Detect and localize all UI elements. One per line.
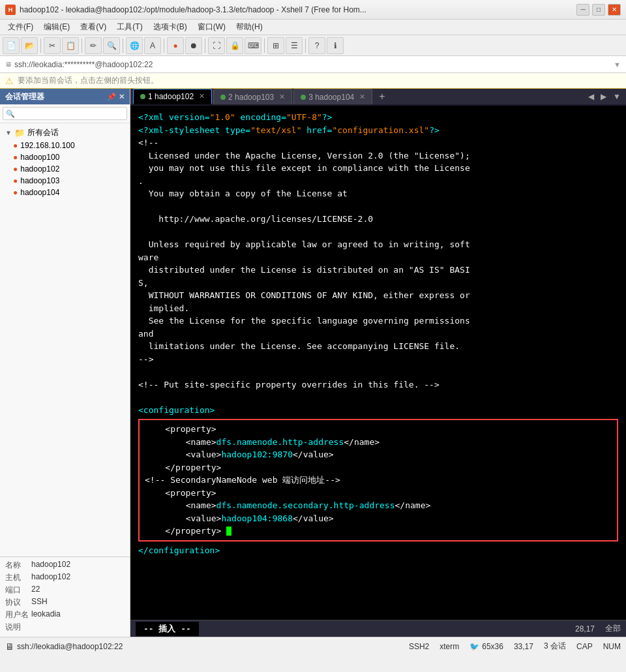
menu-edit[interactable]: 编辑(E) [38, 20, 75, 34]
tb-record[interactable]: ⏺ [185, 37, 202, 54]
tb-open[interactable]: 📂 [21, 37, 38, 54]
tab-menu-button[interactable]: ▼ [610, 92, 623, 101]
tab-dot-2 [220, 95, 226, 100]
tb-keyboard[interactable]: ⌨ [245, 37, 261, 54]
tab-close-3[interactable]: ✕ [359, 93, 365, 101]
menu-tools[interactable]: 工具(T) [112, 20, 147, 34]
tab-prev-button[interactable]: ◀ [586, 92, 597, 101]
maximize-button[interactable]: □ [592, 4, 605, 16]
tb-fullscreen[interactable]: ⛶ [208, 37, 225, 54]
prop-value-name: hadoop102 [31, 560, 70, 571]
tb-copy[interactable]: 📋 [62, 37, 79, 54]
title-bar: H hadoop102 - leokadia@hadoop102:/opt/mo… [0, 0, 626, 20]
tb-globe[interactable]: 🌐 [126, 37, 143, 54]
sidebar-item-hadoop100[interactable]: ● hadoop100 [0, 151, 130, 163]
server-icon-1: ● [13, 141, 18, 150]
highlighted-content: <property> <name>dfs.namenode.http-addre… [145, 423, 612, 538]
menu-help[interactable]: 帮助(H) [231, 20, 268, 34]
bottom-cap-text: CAP [576, 642, 593, 651]
vim-status-bar: -- 插入 -- 28,17 全部 [130, 620, 626, 637]
server-icon-4: ● [13, 176, 18, 185]
tb-red[interactable]: ● [167, 37, 184, 54]
tb-cut[interactable]: ✂ [44, 37, 61, 54]
window-controls: ─ □ ✕ [576, 4, 621, 16]
minimize-button[interactable]: ─ [576, 4, 589, 16]
main-area: 会话管理器 📌 ✕ 🔍 ▼ 📁 所有会话 ● 192.168.10.100 [0, 89, 626, 637]
tab-hadoop103[interactable]: 2 hadoop103 ✕ [213, 89, 292, 104]
sidebar-item-ip[interactable]: ● 192.168.10.100 [0, 140, 130, 151]
tb-search[interactable]: 🔍 [103, 37, 120, 54]
close-button[interactable]: ✕ [608, 4, 621, 16]
menu-window[interactable]: 窗口(W) [192, 20, 231, 34]
bottom-size-text: 65x36 [482, 642, 503, 651]
tree-root-item[interactable]: ▼ 📁 所有会话 [0, 126, 130, 140]
tab-close-1[interactable]: ✕ [199, 92, 205, 100]
prop-description: 说明 [5, 622, 125, 633]
sidebar-item-hadoop103[interactable]: ● hadoop103 [0, 175, 130, 187]
tab-next-button[interactable]: ▶ [598, 92, 609, 101]
prop-label-protocol: 协议 [5, 597, 31, 608]
tb-compose[interactable]: ✏ [85, 37, 102, 54]
prop-value-host: hadoop102 [31, 572, 70, 583]
tab-hadoop102[interactable]: 1 hadoop102 ✕ [133, 89, 212, 104]
bottom-num-text: NUM [603, 642, 621, 651]
sidebar-item-hadoop104[interactable]: ● hadoop104 [0, 187, 130, 198]
prop-port: 端口 22 [5, 585, 125, 596]
prop-username: 用户名 leokadia [5, 609, 125, 620]
sidebar-search-box[interactable]: 🔍 [3, 107, 127, 120]
sidebar-item-label-104: hadoop104 [20, 188, 59, 197]
info-bar: ⚠ 要添加当前会话，点击左侧的箭头按钮。 [0, 73, 626, 89]
prop-value-username: leokadia [31, 609, 61, 620]
terminal[interactable]: <?xml version="1.0" encoding="UTF-8"?> <… [130, 106, 626, 620]
bottom-protocol-text: SSH2 [409, 642, 429, 651]
tab-hadoop104[interactable]: 3 hadoop104 ✕ [293, 89, 372, 104]
sidebar-item-label-100: hadoop100 [20, 153, 59, 162]
sidebar-search-area: 🔍 [0, 104, 130, 123]
session-tree: ▼ 📁 所有会话 ● 192.168.10.100 ● hadoop100 ● … [0, 123, 130, 557]
tb-new-session[interactable]: 📄 [3, 37, 20, 54]
terminal-content: <?xml version="1.0" encoding="UTF-8"?> <… [138, 111, 618, 416]
size-icon: 🐦 [470, 642, 479, 651]
bottom-term-text: xterm [440, 642, 459, 651]
app-icon: H [5, 5, 16, 15]
tab-dot-3 [301, 95, 306, 100]
prop-label-desc: 说明 [5, 622, 31, 633]
sidebar-header-icons: 📌 ✕ [107, 93, 125, 101]
tb-text[interactable]: A [144, 37, 161, 54]
tb-sep-2 [82, 38, 82, 53]
info-icon: ⚠ [5, 76, 14, 86]
sidebar-item-label-102: hadoop102 [20, 164, 59, 174]
tb-help[interactable]: ? [308, 37, 325, 54]
server-icon-3: ● [13, 164, 18, 174]
menu-tab[interactable]: 选项卡(B) [148, 20, 192, 34]
title-text: hadoop102 - leokadia@hadoop102:/opt/modu… [20, 5, 576, 14]
sidebar-close-icon[interactable]: ✕ [119, 93, 125, 101]
menu-file[interactable]: 文件(F) [3, 20, 38, 34]
tb-lock[interactable]: 🔒 [226, 37, 243, 54]
bottom-sessions: 3 会话 [544, 641, 566, 652]
sidebar-item-label-103: hadoop103 [20, 176, 59, 185]
menu-view[interactable]: 查看(V) [75, 20, 112, 34]
tab-add-button[interactable]: + [374, 91, 390, 102]
terminal-after: </configuration> [138, 544, 618, 557]
sidebar-title: 会话管理器 [5, 91, 44, 102]
bottom-ssh: 🖥 ssh://leokadia@hadoop102:22 [5, 641, 123, 652]
insert-mode-label: -- 插入 -- [136, 622, 199, 636]
bottom-protocol: SSH2 [409, 642, 429, 651]
tb-sep-5 [205, 38, 205, 53]
search-input[interactable] [15, 110, 124, 117]
tb-grid[interactable]: ⊞ [267, 37, 284, 54]
cursor-position: 28,17 [575, 624, 595, 634]
prop-label-port: 端口 [5, 585, 31, 596]
prop-label-username: 用户名 [5, 609, 31, 620]
sidebar-item-hadoop102[interactable]: ● hadoop102 [0, 163, 130, 175]
tab-label-1: 1 hadoop102 [148, 92, 194, 101]
bottom-bar: 🖥 ssh://leokadia@hadoop102:22 SSH2 xterm… [0, 637, 626, 655]
tab-close-2[interactable]: ✕ [279, 93, 285, 101]
address-dropdown-icon[interactable]: ▼ [614, 61, 621, 69]
tb-cols[interactable]: ☰ [286, 37, 303, 54]
tree-root-label: 所有会话 [27, 127, 59, 138]
bottom-ssh-text: ssh://leokadia@hadoop102:22 [17, 642, 123, 651]
tb-about[interactable]: ℹ [327, 37, 344, 54]
sidebar-pin-icon[interactable]: 📌 [107, 93, 116, 101]
